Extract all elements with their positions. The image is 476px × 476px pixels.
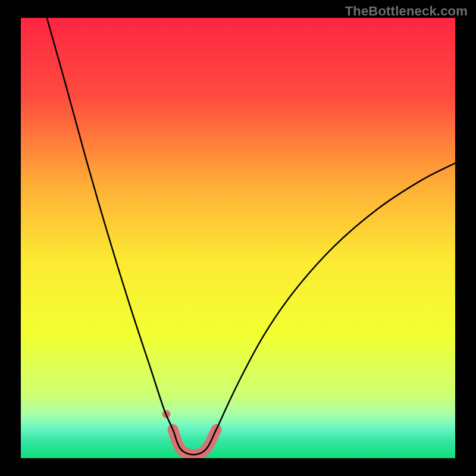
attribution-label: TheBottleneck.com xyxy=(345,4,468,19)
bottleneck-chart xyxy=(0,0,476,476)
chart-frame: TheBottleneck.com xyxy=(0,0,476,476)
gradient-background xyxy=(21,18,455,458)
